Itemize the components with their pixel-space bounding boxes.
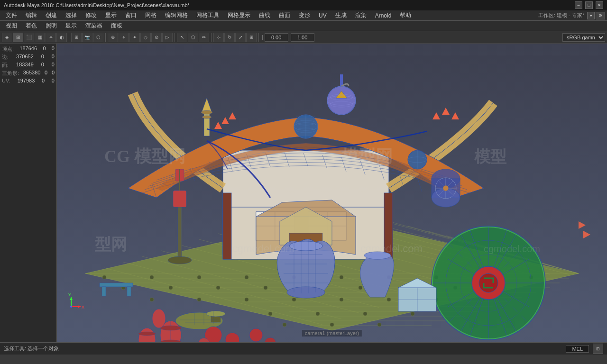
- grid-btn[interactable]: ⊞: [71, 33, 82, 42]
- svg-point-119: [202, 116, 212, 118]
- snap-edge-btn[interactable]: ▷: [162, 33, 173, 42]
- svg-point-36: [150, 275, 154, 279]
- svg-point-214: [70, 306, 72, 308]
- select-btn[interactable]: ↖: [177, 33, 187, 42]
- select-object-btn[interactable]: ◈: [2, 33, 12, 42]
- svg-point-63: [268, 312, 272, 316]
- camera-btn[interactable]: 📷: [82, 33, 92, 42]
- menu-deform[interactable]: 变形: [295, 10, 314, 20]
- menu-mesh[interactable]: 网格: [141, 10, 160, 20]
- tab-shading[interactable]: 着色: [22, 21, 41, 31]
- menu-arnold[interactable]: Arnold: [371, 11, 395, 20]
- transform-btn[interactable]: ⊞: [246, 33, 257, 42]
- svg-point-50: [359, 286, 362, 290]
- stat-row-faces: 面: 183349 0 0: [2, 62, 55, 69]
- coord-x-input[interactable]: [265, 33, 288, 42]
- title-text: Autodesk Maya 2018: C:\Users\admin\Deskt…: [4, 2, 190, 8]
- uv-y: 0: [52, 78, 55, 83]
- svg-text:cgmodel.com: cgmodel.com: [360, 243, 423, 255]
- svg-text:cgmodel.com: cgmodel.com: [232, 243, 294, 255]
- menu-help[interactable]: 帮助: [396, 10, 415, 20]
- menu-generate[interactable]: 生成: [331, 10, 350, 20]
- stat-row-vertices: 顶点: 187646 0 0: [2, 46, 55, 53]
- coord-y-input[interactable]: [291, 33, 314, 42]
- title-bar: Autodesk Maya 2018: C:\Users\admin\Deskt…: [0, 0, 607, 10]
- menu-bar: 文件 编辑 创建 选择 修改 显示 窗口 网格 编辑网格 网格工具 网格显示 曲…: [0, 10, 607, 21]
- texture-btn[interactable]: ▦: [35, 33, 45, 42]
- tris-label: 三角形:: [2, 70, 19, 77]
- rotate-btn[interactable]: ↻: [224, 33, 235, 42]
- svg-point-154: [287, 287, 325, 298]
- menu-render[interactable]: 渲染: [351, 10, 370, 20]
- menu-uv[interactable]: UV: [315, 11, 331, 20]
- menu-file[interactable]: 文件: [2, 10, 21, 20]
- stat-row-tris: 三角形: 365380 0 0: [2, 70, 55, 77]
- lasso-btn[interactable]: ⬠: [188, 33, 198, 42]
- svg-point-189: [152, 309, 166, 328]
- menu-display[interactable]: 显示: [101, 10, 120, 20]
- snap-grid-btn[interactable]: ⊕: [108, 33, 118, 42]
- svg-point-37: [197, 275, 201, 279]
- workspace-arrow[interactable]: ▾: [587, 12, 595, 19]
- svg-rect-190: [100, 283, 133, 287]
- status-bar: 选择工具: 选择一个对象 MEL ⊞: [0, 342, 607, 355]
- menu-select[interactable]: 选择: [62, 10, 81, 20]
- snap-curve-btn[interactable]: ⌖: [119, 33, 129, 42]
- faces-x: 0: [41, 62, 44, 69]
- paint-btn[interactable]: ✏: [199, 33, 209, 42]
- menu-create[interactable]: 创建: [42, 10, 61, 20]
- svg-point-177: [225, 333, 239, 342]
- svg-rect-192: [127, 287, 131, 296]
- menu-edit[interactable]: 编辑: [22, 10, 41, 20]
- light-btn[interactable]: ☀: [46, 33, 56, 42]
- menu-mesh-tools[interactable]: 网格工具: [193, 10, 223, 20]
- svg-point-48: [264, 286, 267, 290]
- tab-lighting[interactable]: 照明: [42, 21, 61, 31]
- persp-btn[interactable]: ⬡: [93, 33, 103, 42]
- expand-btn[interactable]: ⊞: [593, 344, 603, 354]
- viewport[interactable]: CG 模型网 cgmodel.com 模型网 cgmodel.com 模型 型网…: [57, 44, 607, 342]
- svg-point-58: [340, 298, 343, 301]
- snap-live-btn[interactable]: ⊙: [151, 33, 162, 42]
- scale-btn[interactable]: ⤢: [235, 33, 246, 42]
- separator: [69, 33, 69, 42]
- minimize-button[interactable]: –: [575, 1, 582, 9]
- uv-x: 0: [42, 78, 45, 83]
- tab-show[interactable]: 显示: [62, 21, 81, 31]
- tris-val: 365380: [23, 70, 41, 77]
- smooth-shade-btn[interactable]: ⬛: [24, 33, 34, 42]
- tab-renderer[interactable]: 渲染器: [82, 21, 106, 31]
- close-button[interactable]: ✕: [596, 1, 603, 9]
- maximize-button[interactable]: □: [585, 1, 593, 9]
- color-mode-select[interactable]: sRGB gamma: [562, 33, 605, 42]
- svg-point-69: [377, 323, 381, 327]
- snap-point-btn[interactable]: ✦: [129, 33, 140, 42]
- wireframe-btn[interactable]: ⊞: [13, 33, 23, 42]
- mel-indicator[interactable]: MEL: [566, 345, 589, 353]
- shadow-btn[interactable]: ◐: [56, 33, 67, 42]
- settings-icon[interactable]: ⚙: [596, 12, 605, 19]
- svg-point-179: [249, 328, 263, 342]
- menu-surfaces[interactable]: 曲面: [275, 10, 294, 20]
- snap-surface-btn[interactable]: ◇: [140, 33, 151, 42]
- svg-point-64: [316, 312, 320, 316]
- svg-text:型网: 型网: [95, 236, 127, 253]
- menu-mesh-display[interactable]: 网格显示: [224, 10, 254, 20]
- tris-x: 0: [45, 70, 47, 77]
- svg-rect-191: [102, 287, 106, 296]
- scene-svg: CG 模型网 cgmodel.com 模型网 cgmodel.com 模型 型网…: [57, 44, 607, 342]
- title-bar-controls: – □ ✕: [575, 1, 603, 9]
- svg-point-59: [387, 298, 391, 301]
- stat-row-edges: 边: 370652 0 0: [2, 54, 55, 61]
- separator5: [258, 33, 259, 42]
- tab-panels[interactable]: 面板: [107, 21, 126, 31]
- svg-point-38: [245, 275, 248, 279]
- separator3: [175, 33, 175, 42]
- menu-curves[interactable]: 曲线: [255, 10, 274, 20]
- move-btn[interactable]: ⊹: [213, 33, 224, 42]
- tab-view[interactable]: 视图: [2, 21, 21, 31]
- menu-modify[interactable]: 修改: [82, 10, 101, 20]
- menu-edit-mesh[interactable]: 编辑网格: [161, 10, 192, 20]
- menu-window[interactable]: 窗口: [121, 10, 140, 20]
- svg-text:Y: Y: [68, 292, 71, 297]
